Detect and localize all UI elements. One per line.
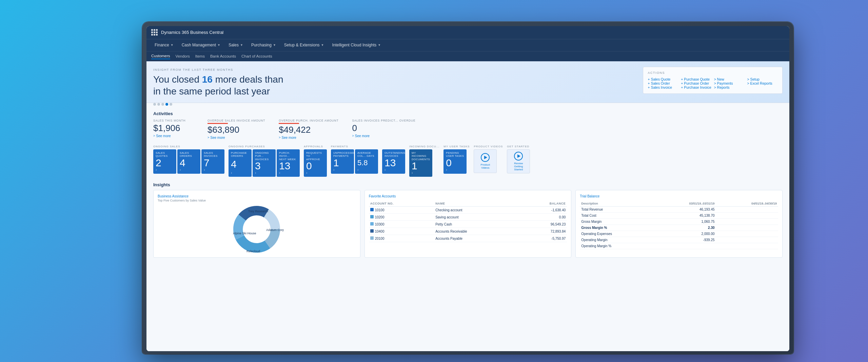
donut-svg: Trey Research Adatum Corporation Alpine …	[230, 202, 284, 256]
trial-val-2	[716, 219, 778, 225]
trial-val-2	[716, 237, 778, 243]
action-setup[interactable]: Setup	[747, 77, 777, 81]
subnav-vendors[interactable]: Vendors	[176, 54, 190, 59]
tile-group-outstanding: OUTSTANDING... INVOICES 13 ›	[382, 145, 405, 174]
tiles-row-outstanding: OUTSTANDING... INVOICES 13 ›	[382, 149, 405, 174]
subnav-chart-of-accounts[interactable]: Chart of Accounts	[241, 54, 272, 59]
tile-group-label-outstanding	[382, 145, 405, 148]
trial-desc: Total Cost	[580, 213, 654, 219]
tile-ongoing-pur-invoices[interactable]: ONGOING PUR... INVOICES 3 ›	[253, 149, 276, 177]
tile-requests-to-approve[interactable]: REQUESTS TO APPROVE 0 ›	[304, 149, 327, 177]
nav-item-cloud[interactable]: Intelligent Cloud Insights ▼	[329, 41, 384, 49]
trial-balance-label[interactable]: Trial Balance	[580, 194, 599, 198]
favorite-accounts-label[interactable]: Favorite Accounts	[369, 194, 396, 198]
business-assistance-label[interactable]: Business Assistance	[158, 194, 189, 198]
actions-col-4: Setup Excel Reports	[747, 77, 777, 89]
trial-val-2	[716, 225, 778, 231]
svg-text:Relecloud: Relecloud	[246, 250, 260, 253]
metric-see-more-1[interactable]: See more	[208, 136, 265, 140]
tile-avg-col-days[interactable]: AVERAGE COL... DAYS 5.8 ›	[355, 149, 378, 174]
trial-balance-table: Description 03/01/19..03/31/19 04/01/19.…	[580, 201, 778, 249]
play-triangle-gs	[517, 154, 520, 158]
col-balance: BALANCE	[520, 201, 567, 207]
metric-see-more-2[interactable]: See more	[279, 136, 338, 140]
tile-unprocessed-payments[interactable]: UNPROCESSED PAYMENTS 1 ›	[331, 149, 354, 174]
dot-1[interactable]	[153, 103, 156, 106]
insight-card-business: Business Assistance Top Five Customers b…	[153, 190, 360, 258]
table-row[interactable]: 10200 Saving account 0.00	[369, 214, 567, 221]
nav-item-purchasing[interactable]: Purchasing ▼	[248, 41, 279, 49]
tile-group-label-purchases: ONGOING PURCHASES	[229, 145, 300, 148]
action-sales-order[interactable]: Sales Order	[648, 81, 678, 85]
actions-grid: Sales Quote Sales Order Sales Invoice Pu…	[648, 77, 777, 89]
account-balance: 96,549.23	[520, 221, 567, 228]
tile-pending-user-tasks[interactable]: PENDING USER TASKS 0 ›	[443, 149, 467, 174]
metric-label-3: SALES INVOICES PREDICT... OVERDUE	[352, 119, 415, 122]
dots-indicator	[146, 103, 789, 106]
trial-desc: Total Revenue	[580, 207, 654, 213]
nav-item-finance[interactable]: Finance ▼	[151, 41, 177, 49]
tile-arrow-si: ›	[204, 168, 205, 172]
tiles-row-purchases: PURCHASE ORDERS 4 › ONGOING PUR... INVOI…	[229, 149, 300, 177]
actions-panel: ACTIONS Sales Quote Sales Order Sales In…	[643, 67, 783, 94]
table-row[interactable]: 10100 Checking account -1,638.40	[369, 207, 567, 214]
account-no: 10400	[369, 228, 434, 235]
insight-card-accounts: Favorite Accounts ACCOUNT NO. NAME BALAN…	[364, 190, 572, 258]
action-sales-invoice[interactable]: Sales Invoice	[648, 85, 678, 89]
action-reports[interactable]: Reports	[714, 85, 745, 89]
metric-see-more-3[interactable]: See more	[352, 134, 415, 138]
nav-bar: Finance ▼ Cash Management ▼ Sales ▼ Purc…	[146, 39, 789, 51]
tile-sales-orders[interactable]: SALES ORDERS 4 ›	[177, 149, 200, 174]
tile-sales-quotes[interactable]: SALES QUOTES 2 ›	[153, 149, 176, 174]
account-balance: 0.00	[520, 214, 567, 221]
tile-sales-invoices[interactable]: SALES INVOICES 7 ›	[201, 149, 224, 174]
tile-name-up: UNPROCESSED PAYMENTS	[333, 151, 352, 158]
dot-3[interactable]	[161, 103, 164, 106]
tile-my-incoming-docs[interactable]: MY INCOMING DOCUMENTS 1 ›	[409, 149, 432, 177]
tile-get-started[interactable]: Review Getting Started	[507, 149, 530, 173]
action-purchase-order[interactable]: Purchase Order	[681, 81, 711, 85]
subnav-customers[interactable]: Customers	[151, 53, 170, 59]
table-row[interactable]: 20100 Accounts Payable -5,750.97	[369, 235, 567, 242]
tile-arrow-acd: ›	[357, 168, 358, 172]
actions-col-1: Sales Quote Sales Order Sales Invoice	[648, 77, 678, 89]
tile-number-sq: 2	[156, 158, 174, 168]
trial-val-2	[716, 231, 778, 237]
col-name: NAME	[434, 201, 520, 207]
tile-name-put: PENDING USER TASKS	[446, 151, 464, 158]
action-purchase-quote[interactable]: Purchase Quote	[681, 77, 711, 81]
waffle-icon[interactable]	[151, 29, 158, 36]
get-started-label: Review Getting Started	[510, 162, 527, 171]
dot-4[interactable]	[165, 103, 168, 106]
action-payments[interactable]: Payments	[714, 81, 745, 85]
table-row[interactable]: 10400 Accounts Receivable 72,893.84	[369, 228, 567, 235]
subnav-items[interactable]: Items	[195, 54, 205, 59]
tile-name-rta: REQUESTS TO APPROVE	[306, 151, 324, 161]
nav-item-cash[interactable]: Cash Management ▼	[178, 41, 224, 49]
action-new[interactable]: New	[714, 77, 745, 81]
tile-purch-inv-next-week[interactable]: PURCH. INVOI... NEXT WEEK 13 ›	[277, 149, 300, 177]
table-row: Operating Margin -939.25	[580, 237, 778, 243]
tile-arrow-mid: ›	[412, 171, 413, 175]
metric-see-more-0[interactable]: See more	[153, 134, 194, 138]
tile-product-videos[interactable]: Product Videos	[474, 149, 497, 173]
subnav-bank-accounts[interactable]: Bank Accounts	[210, 54, 236, 59]
action-excel-reports[interactable]: Excel Reports	[747, 81, 777, 85]
nav-item-sales[interactable]: Sales ▼	[225, 41, 246, 49]
tile-number-so: 4	[180, 158, 198, 168]
table-row[interactable]: 10300 Petty Cash 96,549.23	[369, 221, 567, 228]
insight-card-trial: Trial Balance Description 03/01/19..03/3…	[575, 190, 783, 258]
tile-name-mid: MY INCOMING DOCUMENTS	[412, 151, 430, 161]
dot-5[interactable]	[170, 103, 172, 106]
tile-name-acd: AVERAGE COL... DAYS	[357, 151, 376, 158]
metric-value-0: $1,906	[153, 123, 194, 133]
dot-2[interactable]	[157, 103, 160, 106]
action-purchase-invoice[interactable]: Purchase Invoice	[681, 85, 711, 89]
action-sales-quote[interactable]: Sales Quote	[648, 77, 678, 81]
metric-label-0: SALES THIS MONTH	[153, 119, 194, 122]
nav-item-setup[interactable]: Setup & Extensions ▼	[281, 41, 328, 49]
table-row: Gross Margin % 2.30	[580, 225, 778, 231]
tile-outstanding-invoices[interactable]: OUTSTANDING... INVOICES 13 ›	[382, 149, 405, 174]
tile-purchase-orders[interactable]: PURCHASE ORDERS 4 ›	[229, 149, 252, 177]
tile-number-opi: 3	[255, 161, 273, 171]
